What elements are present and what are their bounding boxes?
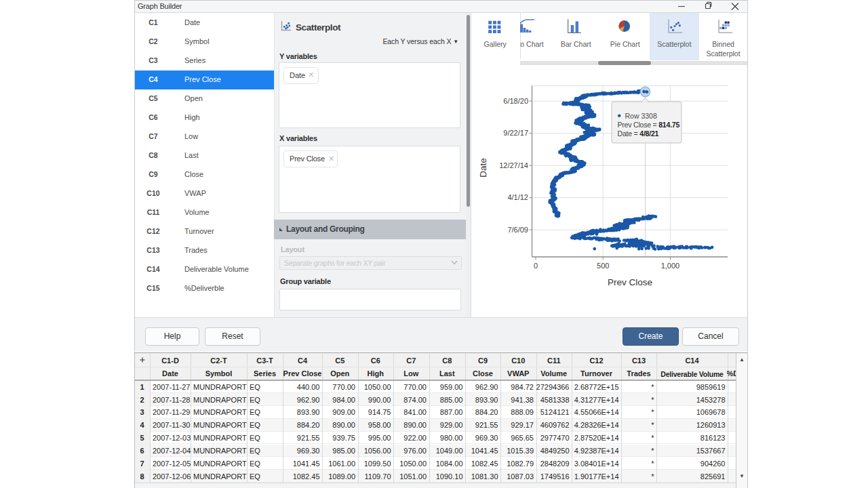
svg-text:6/18/20: 6/18/20	[503, 97, 528, 105]
svg-text:12/27/14: 12/27/14	[499, 161, 528, 169]
svg-text:0: 0	[534, 262, 538, 270]
svg-text:9/22/17: 9/22/17	[503, 129, 528, 137]
svg-text:1,000: 1,000	[661, 262, 680, 270]
svg-text:Date = 4/8/21: Date = 4/8/21	[618, 129, 659, 138]
svg-text:Prev Close = 814.75: Prev Close = 814.75	[618, 121, 680, 129]
svg-text:7/6/09: 7/6/09	[507, 226, 528, 234]
svg-text:500: 500	[597, 262, 609, 270]
svg-text:4/1/12: 4/1/12	[507, 193, 528, 201]
svg-text:Row 3308: Row 3308	[625, 112, 657, 120]
svg-text:Date: Date	[478, 158, 488, 178]
svg-text:Prev Close: Prev Close	[608, 277, 652, 287]
